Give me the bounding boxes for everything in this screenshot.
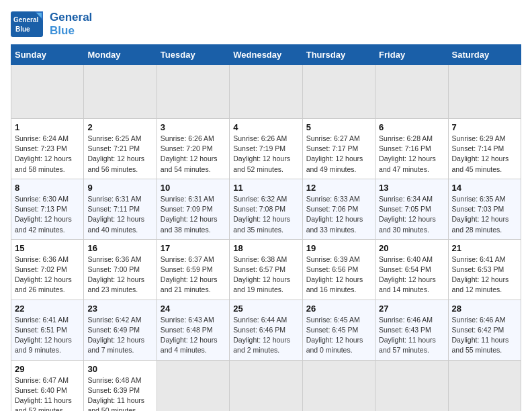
table-cell: 3Sunrise: 6:26 AMSunset: 7:20 PMDaylight… (157, 119, 229, 179)
table-cell (157, 360, 229, 411)
week-row-0 (11, 65, 521, 119)
day-info: Sunrise: 6:26 AMSunset: 7:19 PMDaylight:… (233, 134, 298, 175)
day-info: Sunrise: 6:33 AMSunset: 7:06 PMDaylight:… (306, 194, 371, 235)
day-info: Sunrise: 6:36 AMSunset: 7:00 PMDaylight:… (87, 255, 152, 295)
header-tuesday: Tuesday (157, 45, 229, 65)
table-cell: 26Sunrise: 6:45 AMSunset: 6:45 PMDayligh… (302, 300, 375, 360)
logo: General Blue General Blue (11, 11, 92, 38)
page-header: General Blue General Blue (11, 11, 521, 38)
day-info: Sunrise: 6:29 AMSunset: 7:14 PMDaylight:… (452, 134, 517, 175)
table-cell (84, 65, 157, 119)
day-number: 3 (161, 122, 226, 132)
table-cell: 30Sunrise: 6:48 AMSunset: 6:39 PMDayligh… (84, 360, 157, 411)
header-friday: Friday (375, 45, 448, 65)
calendar-table: SundayMondayTuesdayWednesdayThursdayFrid… (11, 44, 521, 411)
table-cell: 29Sunrise: 6:47 AMSunset: 6:40 PMDayligh… (11, 360, 84, 411)
logo-general: General (50, 11, 92, 24)
day-number: 27 (379, 304, 444, 314)
table-cell: 14Sunrise: 6:35 AMSunset: 7:03 PMDayligh… (448, 179, 521, 239)
table-cell: 5Sunrise: 6:27 AMSunset: 7:17 PMDaylight… (302, 119, 375, 179)
day-info: Sunrise: 6:39 AMSunset: 6:56 PMDaylight:… (306, 255, 371, 295)
table-cell: 6Sunrise: 6:28 AMSunset: 7:16 PMDaylight… (375, 119, 448, 179)
table-cell: 10Sunrise: 6:31 AMSunset: 7:09 PMDayligh… (157, 179, 229, 239)
day-info: Sunrise: 6:31 AMSunset: 7:11 PMDaylight:… (87, 194, 152, 235)
table-cell: 23Sunrise: 6:42 AMSunset: 6:49 PMDayligh… (84, 300, 157, 360)
table-cell: 16Sunrise: 6:36 AMSunset: 7:00 PMDayligh… (84, 239, 157, 300)
table-cell: 4Sunrise: 6:26 AMSunset: 7:19 PMDaylight… (230, 119, 302, 179)
day-number: 17 (161, 243, 226, 253)
table-cell: 12Sunrise: 6:33 AMSunset: 7:06 PMDayligh… (302, 179, 375, 239)
day-info: Sunrise: 6:37 AMSunset: 6:59 PMDaylight:… (161, 255, 226, 295)
day-info: Sunrise: 6:47 AMSunset: 6:40 PMDaylight:… (15, 375, 80, 412)
table-cell (448, 360, 521, 411)
day-info: Sunrise: 6:30 AMSunset: 7:13 PMDaylight:… (15, 194, 80, 235)
svg-text:General: General (13, 16, 38, 24)
table-cell (448, 65, 521, 119)
day-info: Sunrise: 6:31 AMSunset: 7:09 PMDaylight:… (161, 194, 226, 235)
table-cell: 11Sunrise: 6:32 AMSunset: 7:08 PMDayligh… (230, 179, 302, 239)
table-cell (230, 360, 302, 411)
day-info: Sunrise: 6:41 AMSunset: 6:53 PMDaylight:… (452, 255, 517, 295)
day-number: 30 (87, 364, 152, 374)
table-cell: 20Sunrise: 6:40 AMSunset: 6:54 PMDayligh… (375, 239, 448, 300)
day-info: Sunrise: 6:43 AMSunset: 6:48 PMDaylight:… (161, 315, 226, 356)
header-saturday: Saturday (448, 45, 521, 65)
header-row: SundayMondayTuesdayWednesdayThursdayFrid… (11, 45, 521, 65)
day-number: 8 (15, 183, 80, 193)
table-cell: 22Sunrise: 6:41 AMSunset: 6:51 PMDayligh… (11, 300, 84, 360)
day-info: Sunrise: 6:46 AMSunset: 6:42 PMDaylight:… (452, 315, 517, 356)
week-row-3: 15Sunrise: 6:36 AMSunset: 7:02 PMDayligh… (11, 239, 521, 300)
day-info: Sunrise: 6:42 AMSunset: 6:49 PMDaylight:… (87, 315, 152, 356)
day-number: 10 (161, 183, 226, 193)
day-number: 23 (87, 304, 152, 314)
day-info: Sunrise: 6:38 AMSunset: 6:57 PMDaylight:… (233, 255, 298, 295)
day-number: 16 (87, 243, 152, 253)
header-thursday: Thursday (302, 45, 375, 65)
table-cell: 18Sunrise: 6:38 AMSunset: 6:57 PMDayligh… (230, 239, 302, 300)
day-number: 7 (452, 122, 517, 132)
table-cell: 21Sunrise: 6:41 AMSunset: 6:53 PMDayligh… (448, 239, 521, 300)
svg-rect-0 (11, 11, 43, 37)
day-number: 4 (233, 122, 298, 132)
day-info: Sunrise: 6:34 AMSunset: 7:05 PMDaylight:… (379, 194, 444, 235)
table-cell (375, 65, 448, 119)
day-number: 6 (379, 122, 444, 132)
table-cell: 19Sunrise: 6:39 AMSunset: 6:56 PMDayligh… (302, 239, 375, 300)
week-row-1: 1Sunrise: 6:24 AMSunset: 7:23 PMDaylight… (11, 119, 521, 179)
day-info: Sunrise: 6:35 AMSunset: 7:03 PMDaylight:… (452, 194, 517, 235)
day-info: Sunrise: 6:41 AMSunset: 6:51 PMDaylight:… (15, 315, 80, 356)
day-number: 25 (233, 304, 298, 314)
header-wednesday: Wednesday (230, 45, 302, 65)
day-number: 28 (452, 304, 517, 314)
day-info: Sunrise: 6:45 AMSunset: 6:45 PMDaylight:… (306, 315, 371, 356)
day-number: 1 (15, 122, 80, 132)
table-cell (230, 65, 302, 119)
day-number: 14 (452, 183, 517, 193)
day-info: Sunrise: 6:36 AMSunset: 7:02 PMDaylight:… (15, 255, 80, 295)
week-row-2: 8Sunrise: 6:30 AMSunset: 7:13 PMDaylight… (11, 179, 521, 239)
day-number: 13 (379, 183, 444, 193)
table-cell: 2Sunrise: 6:25 AMSunset: 7:21 PMDaylight… (84, 119, 157, 179)
table-cell (157, 65, 229, 119)
table-cell: 7Sunrise: 6:29 AMSunset: 7:14 PMDaylight… (448, 119, 521, 179)
day-number: 11 (233, 183, 298, 193)
day-number: 21 (452, 243, 517, 253)
day-number: 5 (306, 122, 371, 132)
table-cell: 17Sunrise: 6:37 AMSunset: 6:59 PMDayligh… (157, 239, 229, 300)
day-info: Sunrise: 6:48 AMSunset: 6:39 PMDaylight:… (87, 375, 152, 412)
day-number: 18 (233, 243, 298, 253)
day-number: 15 (15, 243, 80, 253)
day-info: Sunrise: 6:25 AMSunset: 7:21 PMDaylight:… (87, 134, 152, 175)
table-cell: 1Sunrise: 6:24 AMSunset: 7:23 PMDaylight… (11, 119, 84, 179)
table-cell: 28Sunrise: 6:46 AMSunset: 6:42 PMDayligh… (448, 300, 521, 360)
day-info: Sunrise: 6:44 AMSunset: 6:46 PMDaylight:… (233, 315, 298, 356)
day-number: 20 (379, 243, 444, 253)
table-cell (375, 360, 448, 411)
table-cell: 9Sunrise: 6:31 AMSunset: 7:11 PMDaylight… (84, 179, 157, 239)
day-info: Sunrise: 6:32 AMSunset: 7:08 PMDaylight:… (233, 194, 298, 235)
day-number: 9 (87, 183, 152, 193)
header-sunday: Sunday (11, 45, 84, 65)
svg-text:Blue: Blue (15, 26, 30, 33)
day-number: 19 (306, 243, 371, 253)
table-cell (11, 65, 84, 119)
